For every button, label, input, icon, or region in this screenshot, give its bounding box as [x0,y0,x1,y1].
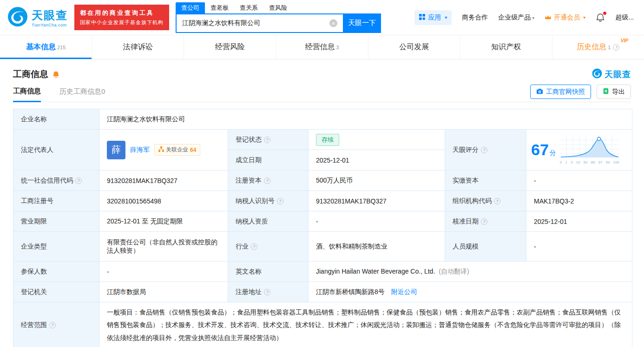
notification-bell-icon[interactable] [596,13,605,22]
search-tab-risk[interactable]: 查风险 [263,2,293,13]
header-nav: 应用 商务合作 企业级产品 开通会员 超级... [414,10,637,25]
value-taxpayer-quality: - [309,211,445,232]
subtab-row: 工商信息 历史工商信息0 工商官网快照 导出 [13,82,631,102]
tianyancha-logo[interactable]: 天眼查 TianYanCha.com [7,7,68,29]
legal-rep-avatar[interactable]: 薛 [107,141,125,159]
tianyancha-eye-icon [592,68,602,81]
label-legal-representative: 法定代表人 [13,130,99,170]
subtab-history-business-info[interactable]: 历史工商信息0 [59,82,105,102]
label-taxpayer-id: 纳税人识别号 [228,191,309,211]
nav-enterprise-products[interactable]: 企业级产品 [498,13,534,22]
help-icon[interactable] [264,137,270,143]
label-tianyan-score: 天眼评分 [445,130,526,170]
search-button[interactable]: 天眼一下 [343,13,381,33]
help-icon[interactable] [481,218,487,225]
search-area: 查公司 查老板 查关系 查风险 天眼一下 [176,2,381,33]
score-chart: 0131550859799100 [560,135,619,164]
label-business-term: 营业期限 [13,211,99,232]
value-org-code: MAK17BQ3-2 [526,191,632,211]
notification-red-dot [603,12,606,15]
value-credit-code: 91320281MAK17BQ327 [99,170,228,191]
help-icon[interactable] [49,322,56,328]
label-business-scope: 经营范围 [13,302,99,347]
company-section-tabs: 基本信息215 法律诉讼 经营风险 经营信息3 公司发展 知识产权 历史信息1 … [0,35,644,59]
label-registration-status: 登记状态 [228,130,309,150]
help-icon[interactable] [264,289,270,295]
nav-business-cooperation[interactable]: 商务合作 [462,13,488,22]
help-icon[interactable] [251,243,257,250]
label-company-name: 企业名称 [13,109,99,130]
related-companies-badge[interactable]: 关联企业 64 [154,144,200,156]
value-paid-capital: - [526,170,632,191]
apps-grid-icon [419,14,425,21]
section-title: 工商信息 [13,68,48,80]
label-registry-authority: 登记机关 [13,282,99,302]
help-icon[interactable] [494,198,500,204]
tab-operation-info[interactable]: 经营信息3 [276,35,368,59]
value-english-name: Jiangyin Hailan Water Beverage Co., Ltd.… [309,262,632,282]
status-badge: 存续 [316,134,339,146]
value-taxpayer-id: 91320281MAK17BQ327 [309,191,445,211]
tab-legal-litigation[interactable]: 法律诉讼 [92,35,184,59]
tab-company-development[interactable]: 公司发展 [368,35,460,59]
promo-banner-line1: 都在用的商业查询工具 [80,8,164,18]
clear-search-icon[interactable] [329,19,337,27]
value-company-type: 有限责任公司（非自然人投资或控股的法人独资） [99,232,228,262]
tab-operation-risk[interactable]: 经营风险 [184,35,276,59]
search-tab-boss[interactable]: 查老板 [205,2,234,13]
search-tabs: 查公司 查老板 查关系 查风险 [176,2,381,13]
label-credit-code: 统一社会信用代码 [13,170,99,191]
score-value: 67分 [531,141,556,159]
label-insured-count: 参保人数 [13,262,99,282]
org-chart-icon [158,146,164,153]
help-icon[interactable] [481,147,487,153]
business-info-table: 企业名称 江阴海澜之水饮料有限公司 法定代表人 薛 薛海军 关联企业 64 登记… [13,109,632,347]
score-axis-ticks: 0131550859799100 [560,160,619,164]
help-icon[interactable] [264,177,270,184]
label-registered-address: 注册地址 [228,282,309,302]
related-companies-count: 64 [190,147,196,153]
subtab-business-info[interactable]: 工商信息 [13,82,41,102]
search-input[interactable] [176,13,343,33]
nav-open-membership[interactable]: 开通会员 [545,13,585,22]
legal-rep-name-link[interactable]: 薛海军 [130,146,150,154]
tianyan-score-area[interactable]: 67分 0131550859799100 [526,130,632,170]
help-icon[interactable] [277,198,283,204]
logo-en-text: TianYanCha.com [32,23,68,27]
label-establish-date: 成立日期 [228,150,309,170]
label-industry: 行业 [228,232,309,262]
search-tab-company[interactable]: 查公司 [176,2,205,13]
label-taxpayer-quality: 纳税人资质 [228,211,309,232]
value-registration-status: 存续 [309,130,445,150]
tab-intellectual-property[interactable]: 知识产权 [460,35,552,59]
label-paid-capital: 实缴资本 [445,170,526,191]
label-registration-number: 工商注册号 [13,191,99,211]
value-establish-date: 2025-12-01 [309,150,445,170]
nearby-companies-link[interactable]: 附近公司 [391,288,417,295]
value-business-term: 2025-12-01 至 无固定期限 [99,211,228,232]
official-snapshot-button[interactable]: 工商官网快照 [530,85,591,99]
value-approval-date: 2025-12-01 [526,211,632,232]
export-button[interactable]: 导出 [597,85,631,99]
apps-button[interactable]: 应用 [414,10,452,25]
value-insured-count: - [99,262,228,282]
tab-basic-info[interactable]: 基本信息215 [0,35,92,59]
logo-cn-text: 天眼查 [32,8,68,23]
top-header: 天眼查 TianYanCha.com 都在用的商业查询工具 国家中小企业发展子基… [0,0,644,35]
promo-banner: 都在用的商业查询工具 国家中小企业发展子基金旗下机构 [74,5,169,30]
tab-history-info[interactable]: 历史信息1 VIP [552,35,644,59]
help-icon[interactable] [75,177,82,184]
excel-export-icon [603,88,609,96]
label-english-name: 英文名称 [228,262,309,282]
nav-super-vip[interactable]: 超级... [615,13,634,22]
value-business-scope: 一般项目：食品销售（仅销售预包装食品）；食品用塑料包装容器工具制品销售；塑料制品… [99,302,632,347]
help-icon[interactable] [613,44,619,51]
label-registered-capital: 注册资本 [228,170,309,191]
label-org-code: 组织机构代码 [445,191,526,211]
value-staff-size: - [526,232,632,262]
promo-banner-line2: 国家中小企业发展子基金旗下机构 [80,18,164,27]
label-company-type: 企业类型 [13,232,99,262]
search-tab-relation[interactable]: 查关系 [234,2,263,13]
monitor-bell-icon[interactable] [52,71,60,79]
label-approval-date: 核准日期 [445,211,526,232]
